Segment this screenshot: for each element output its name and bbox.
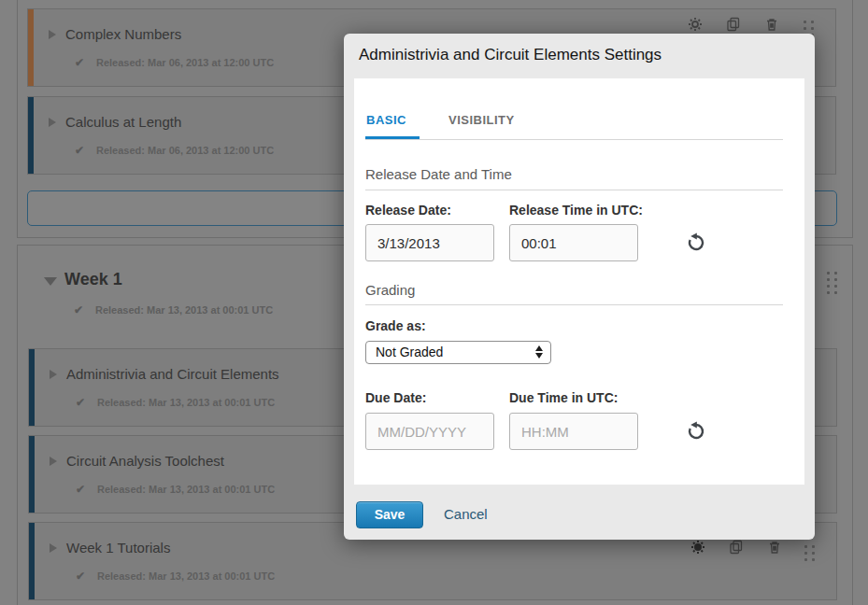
- grade-as-selected-value: Not Graded: [376, 345, 443, 359]
- select-arrows-icon: [535, 345, 543, 359]
- save-button[interactable]: Save: [356, 501, 423, 528]
- grade-as-label: Grade as:: [365, 318, 426, 333]
- release-section-divider: [365, 190, 783, 190]
- release-date-label: Release Date:: [365, 203, 451, 218]
- grading-section-heading: Grading: [365, 282, 415, 298]
- release-section-heading: Release Date and Time: [365, 166, 512, 182]
- reset-due-date-icon[interactable]: [686, 421, 704, 440]
- due-date-input[interactable]: [365, 413, 494, 450]
- release-time-input[interactable]: [509, 224, 638, 261]
- reset-release-date-icon[interactable]: [686, 232, 704, 251]
- tab-visibility[interactable]: VISIBILITY: [448, 113, 515, 127]
- course-outline-page: Complex Numbers ✔ Released: Mar 06, 2013…: [0, 0, 868, 605]
- release-time-label: Release Time in UTC:: [509, 203, 643, 218]
- settings-modal: Administrivia and Circuit Elements Setti…: [344, 34, 815, 540]
- modal-title: Administrivia and Circuit Elements Setti…: [359, 46, 662, 64]
- tab-basic[interactable]: BASIC: [366, 113, 406, 127]
- grade-as-select[interactable]: Not Graded: [365, 341, 551, 364]
- due-date-label: Due Date:: [365, 390, 426, 405]
- due-time-input[interactable]: [509, 413, 638, 450]
- cancel-button[interactable]: Cancel: [444, 506, 488, 522]
- release-date-input[interactable]: [365, 224, 494, 261]
- due-time-label: Due Time in UTC:: [509, 390, 618, 405]
- grading-section-divider: [365, 304, 783, 305]
- tabs-divider: [365, 139, 783, 140]
